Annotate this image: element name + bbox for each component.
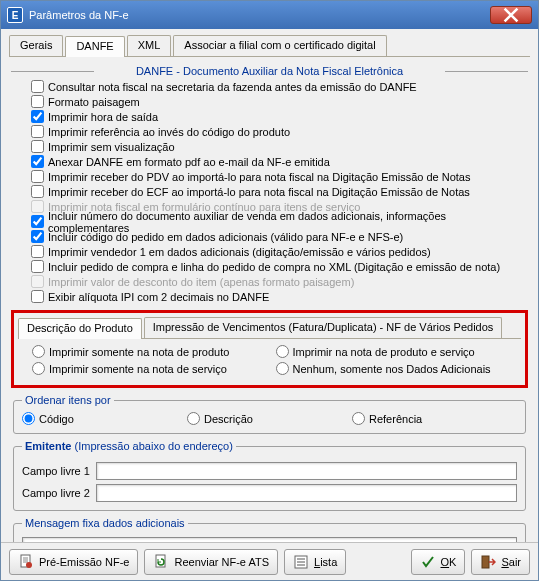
check-row-6: Imprimir receber do PDV ao importá-lo pa… [11, 169, 528, 184]
campo-livre-1-label: Campo livre 1 [22, 465, 90, 477]
highlighted-section: Descrição do Produto Impressão de Vencim… [11, 310, 528, 388]
svg-point-1 [26, 562, 32, 568]
sair-button[interactable]: Sair [471, 549, 530, 575]
checkbox-label-6: Imprimir receber do PDV ao importá-lo pa… [48, 171, 470, 183]
checkbox-label-2: Imprimir hora de saída [48, 111, 158, 123]
checkbox-4[interactable] [31, 140, 44, 153]
emitente-legend: Emitente (Impressão abaixo do endereço) [22, 440, 236, 452]
checkbox-5[interactable] [31, 155, 44, 168]
checkbox-8 [31, 200, 44, 213]
checkbox-label-12: Incluir pedido de compra e linha do pedi… [48, 261, 500, 273]
client-area: Gerais DANFE XML Associar a filial com o… [1, 29, 538, 578]
tab-descricao-produto[interactable]: Descrição do Produto [18, 318, 142, 339]
check-row-3: Imprimir referência ao invés do código d… [11, 124, 528, 139]
checkbox-9[interactable] [31, 215, 44, 228]
check-row-7: Imprimir receber do ECF ao importá-lo pa… [11, 184, 528, 199]
tab-certificado[interactable]: Associar a filial com o certificado digi… [173, 35, 386, 56]
check-row-1: Formato paisagem [11, 94, 528, 109]
checkbox-label-13: Imprimir valor de desconto do item (apen… [48, 276, 354, 288]
checkbox-label-14: Exibir alíquota IPI com 2 decimais no DA… [48, 291, 269, 303]
section-header: DANFE - Documento Auxiliar da Nota Fisca… [11, 65, 528, 77]
checkbox-list: Consultar nota fiscal na secretaria da f… [11, 79, 528, 304]
checkbox-3[interactable] [31, 125, 44, 138]
exit-icon [480, 554, 496, 570]
titlebar: E Parâmetros da NF-e [1, 1, 538, 29]
footer: Pré-Emissão NF-e Reenviar NF-e ATS Lista… [1, 542, 538, 580]
checkbox-6[interactable] [31, 170, 44, 183]
check-row-2: Imprimir hora de saída [11, 109, 528, 124]
checkbox-label-0: Consultar nota fiscal na secretaria da f… [48, 81, 417, 93]
tab-impressao-vencimentos[interactable]: Impressão de Vencimentos (Fatura/Duplica… [144, 317, 503, 338]
check-row-5: Anexar DANFE em formato pdf ao e-mail da… [11, 154, 528, 169]
check-row-4: Imprimir sem visualização [11, 139, 528, 154]
checkbox-label-10: Incluir código do pedido em dados adicio… [48, 231, 403, 243]
checkbox-label-7: Imprimir receber do ECF ao importá-lo pa… [48, 186, 470, 198]
campo-livre-2-label: Campo livre 2 [22, 487, 90, 499]
close-button[interactable] [490, 6, 532, 24]
reenviar-button[interactable]: Reenviar NF-e ATS [144, 549, 278, 575]
window: E Parâmetros da NF-e Gerais DANFE XML As… [0, 0, 539, 581]
check-row-13: Imprimir valor de desconto do item (apen… [11, 274, 528, 289]
opt-somente-produto[interactable]: Imprimir somente na nota de produto [32, 345, 264, 358]
main-tabs: Gerais DANFE XML Associar a filial com o… [9, 35, 530, 57]
check-row-9: Incluir número do documento auxiliar de … [11, 214, 528, 229]
check-icon [420, 554, 436, 570]
refresh-document-icon [153, 554, 169, 570]
checkbox-label-3: Imprimir referência ao invés do código d… [48, 126, 290, 138]
order-by-legend: Ordenar itens por [22, 394, 114, 406]
tab-xml[interactable]: XML [127, 35, 172, 56]
tab-danfe[interactable]: DANFE [65, 36, 124, 57]
order-descricao[interactable]: Descrição [187, 412, 352, 425]
lista-button[interactable]: Lista [284, 549, 346, 575]
checkbox-12[interactable] [31, 260, 44, 273]
check-row-12: Incluir pedido de compra e linha do pedi… [11, 259, 528, 274]
mensagem-fixa-legend: Mensagem fixa dados adicionais [22, 517, 188, 529]
order-codigo[interactable]: Código [22, 412, 187, 425]
checkbox-label-1: Formato paisagem [48, 96, 140, 108]
svg-rect-4 [482, 556, 489, 568]
window-title: Parâmetros da NF-e [29, 9, 490, 21]
close-icon [503, 7, 519, 23]
emitente-group: Emitente (Impressão abaixo do endereço) … [13, 440, 526, 511]
document-icon [18, 554, 34, 570]
checkbox-label-5: Anexar DANFE em formato pdf ao e-mail da… [48, 156, 330, 168]
checkbox-label-4: Imprimir sem visualização [48, 141, 175, 153]
checkbox-7[interactable] [31, 185, 44, 198]
checkbox-10[interactable] [31, 230, 44, 243]
checkbox-11[interactable] [31, 245, 44, 258]
checkbox-1[interactable] [31, 95, 44, 108]
list-icon [293, 554, 309, 570]
tab-gerais[interactable]: Gerais [9, 35, 63, 56]
checkbox-0[interactable] [31, 80, 44, 93]
app-icon: E [7, 7, 23, 23]
tab-content: DANFE - Documento Auxiliar da Nota Fisca… [9, 57, 530, 574]
campo-livre-2-input[interactable] [96, 484, 517, 502]
ok-button[interactable]: OK [411, 549, 466, 575]
checkbox-2[interactable] [31, 110, 44, 123]
print-options: Imprimir somente na nota de produto Impr… [18, 339, 521, 375]
inner-tabs: Descrição do Produto Impressão de Vencim… [18, 317, 521, 339]
pre-emissao-button[interactable]: Pré-Emissão NF-e [9, 549, 138, 575]
checkbox-14[interactable] [31, 290, 44, 303]
check-row-11: Imprimir vendedor 1 em dados adicionais … [11, 244, 528, 259]
opt-nenhum[interactable]: Nenhum, somente nos Dados Adicionais [276, 362, 508, 375]
order-by-group: Ordenar itens por Código Descrição Refer… [13, 394, 526, 434]
opt-produto-servico[interactable]: Imprimir na nota de produto e serviço [276, 345, 508, 358]
campo-livre-1-input[interactable] [96, 462, 517, 480]
check-row-14: Exibir alíquota IPI com 2 decimais no DA… [11, 289, 528, 304]
opt-somente-servico[interactable]: Imprimir somente na nota de serviço [32, 362, 264, 375]
checkbox-13 [31, 275, 44, 288]
order-referencia[interactable]: Referência [352, 412, 517, 425]
checkbox-label-11: Imprimir vendedor 1 em dados adicionais … [48, 246, 431, 258]
check-row-0: Consultar nota fiscal na secretaria da f… [11, 79, 528, 94]
